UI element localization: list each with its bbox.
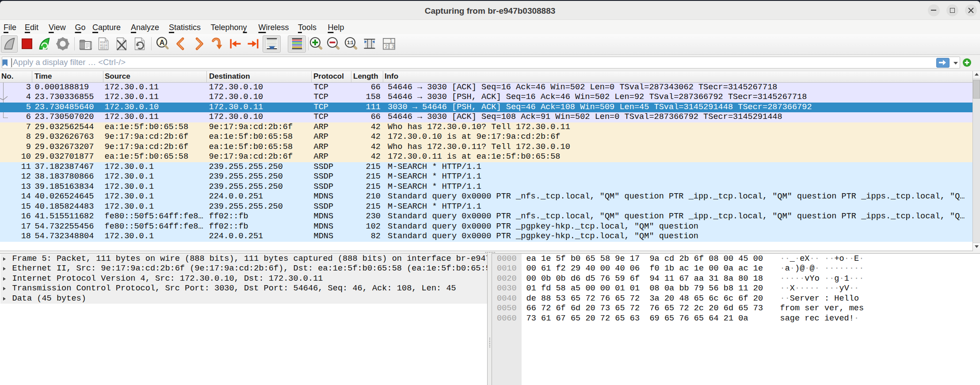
svg-text:2: 2 [385, 44, 388, 49]
svg-text:1:1: 1:1 [347, 40, 354, 45]
svg-text:1: 1 [389, 38, 392, 43]
svg-text:3: 3 [392, 44, 394, 49]
svg-text:0011: 0011 [100, 47, 107, 50]
svg-text:A: A [160, 39, 165, 46]
